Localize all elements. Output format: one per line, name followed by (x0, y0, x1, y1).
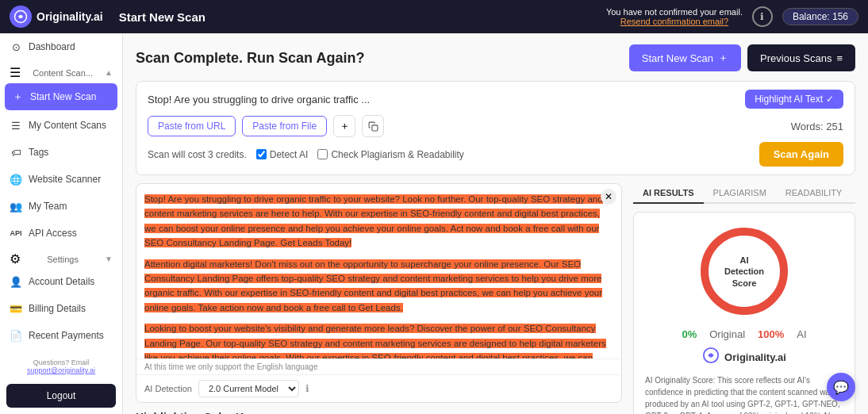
highlighted-paragraph-1: Stop! Are you struggling to drive organi… (144, 194, 603, 247)
content-grid: ✕ Stop! Are you struggling to drive orga… (136, 183, 855, 414)
original-score: 0% (682, 328, 697, 340)
sidebar-label-my-content-scans: My Content Scans (29, 120, 106, 131)
email-notice: You have not confirmed your email. Resen… (606, 7, 743, 26)
main-content: Scan Complete. Run Scan Again? Start New… (123, 33, 868, 414)
sidebar-item-dashboard[interactable]: ⊙ Dashboard (0, 33, 122, 60)
add-icon-button[interactable]: ＋ (333, 115, 355, 137)
chat-bubble[interactable]: 💬 (827, 373, 855, 401)
text-panel: ✕ Stop! Are you struggling to drive orga… (136, 183, 622, 403)
previous-scans-button[interactable]: Previous Scans ≡ (747, 44, 855, 71)
words-count: Words: 251 (791, 121, 843, 132)
scan-actions: Paste from URL Paste from File ＋ Words: … (148, 115, 843, 137)
sidebar-item-account-details[interactable]: 👤 Account Details (0, 268, 122, 295)
tab-readability[interactable]: READABILITY (776, 183, 852, 204)
scan-options: Scan will cost 3 credits. Detect AI Chec… (148, 142, 843, 167)
logout-button[interactable]: Logout (6, 384, 116, 408)
my-scans-icon: ☰ (10, 119, 22, 132)
sidebar-item-start-new-scan[interactable]: ＋ Start New Scan (5, 83, 117, 110)
sidebar-item-website-scanner[interactable]: 🌐 Website Scanner (0, 166, 122, 193)
chevron-icon: ▲ (105, 68, 113, 77)
sidebar-label-recent-payments: Recent Payments (29, 330, 104, 341)
tab-plagiarism[interactable]: PLAGIARISM (704, 183, 776, 204)
sidebar-item-billing-details[interactable]: 💳 Billing Details (0, 295, 122, 322)
check-plagiarism-checkbox[interactable] (317, 149, 328, 159)
support-email-link[interactable]: support@originality.ai (27, 366, 95, 374)
scan-input-preview: Stop! Are you struggling to drive organi… (148, 94, 745, 105)
sidebar-item-tags[interactable]: 🏷 Tags (0, 139, 122, 166)
sidebar-label-my-team: My Team (29, 201, 67, 212)
app-name: Originality.ai (36, 10, 103, 23)
score-row: 0% Original 100% AI (682, 328, 806, 340)
ai-label: AI (797, 328, 806, 340)
chat-icon: 💬 (833, 380, 849, 395)
sidebar-section-content-scan[interactable]: ☰ Content Scan... ▲ (0, 60, 122, 82)
scan-input-area: Stop! Are you struggling to drive organi… (136, 81, 855, 175)
tags-icon: 🏷 (10, 146, 22, 159)
balance-display: Balance: 156 (782, 8, 858, 25)
plus-icon: ＋ (718, 51, 728, 65)
svg-rect-1 (371, 125, 377, 130)
highlighted-paragraph-3: Looking to boost your website's visibili… (144, 324, 606, 358)
score-circle-label: AI Detection Score (720, 255, 768, 289)
sidebar-item-api-access[interactable]: API API Access (0, 220, 122, 247)
sidebar-label-content-scan: Content Scan... (33, 68, 93, 78)
scan-again-button[interactable]: Scan Again (759, 142, 843, 167)
dashboard-icon: ⊙ (10, 40, 22, 53)
menu-icon: ≡ (836, 52, 843, 64)
paste-from-url-button[interactable]: Paste from URL (148, 116, 236, 136)
header-buttons: Start New Scan ＋ Previous Scans ≡ (629, 44, 855, 71)
ai-model-select[interactable]: 2.0 Current Model (198, 380, 299, 397)
website-icon: 🌐 (10, 173, 22, 186)
app-logo: Originality.ai (10, 6, 103, 28)
scan-cost-notice: Scan will cost 3 credits. (148, 149, 247, 160)
sidebar-label-start-new-scan: Start New Scan (30, 91, 96, 102)
info-model-icon: ℹ (305, 383, 309, 394)
tab-ai-results[interactable]: AI RESULTS (633, 183, 704, 204)
team-icon: 👥 (10, 200, 22, 213)
account-icon: 👤 (10, 275, 22, 288)
brand-logo-icon (702, 347, 720, 368)
color-key-title: Highlighting Color Key (136, 411, 622, 414)
logo-icon (10, 6, 32, 28)
highlight-ai-text-button[interactable]: Highlight AI Text ✓ (745, 90, 843, 109)
sidebar-bottom: Logout (0, 378, 122, 414)
sidebar-label-account-details: Account Details (29, 276, 94, 287)
resend-email-link[interactable]: Resend confirmation email? (620, 17, 728, 26)
color-key: Highlighting Color Key 90% confidence th… (136, 411, 622, 414)
ai-detection-label: AI Detection (144, 384, 192, 393)
settings-chevron-icon: ▼ (105, 255, 113, 263)
language-note: At this time we only support the English… (136, 358, 621, 374)
ai-score: 100% (758, 328, 784, 340)
detection-score-panel: AI Detection Score 0% Original 100% AI (633, 212, 855, 414)
start-new-scan-button[interactable]: Start New Scan ＋ (629, 44, 741, 71)
topbar: Originality.ai Start New Scan You have n… (0, 0, 868, 33)
sidebar-label-billing-details: Billing Details (29, 303, 86, 314)
sidebar-item-recent-payments[interactable]: 📄 Recent Payments (0, 322, 122, 349)
text-content: Stop! Are you struggling to drive organi… (136, 184, 621, 358)
copy-icon-button[interactable] (362, 115, 384, 137)
right-panel: AI RESULTS PLAGIARISM READABILITY (633, 183, 855, 414)
info-icon[interactable]: ℹ (752, 6, 773, 27)
detect-ai-checkbox[interactable] (256, 149, 267, 159)
sidebar-section-settings[interactable]: ⚙ Settings ▼ (0, 247, 122, 268)
close-panel-button[interactable]: ✕ (601, 189, 616, 205)
check-plagiarism-checkbox-label[interactable]: Check Plagiarism & Readability (317, 149, 463, 160)
sidebar-label-website-scanner: Website Scanner (29, 174, 101, 185)
score-circle: AI Detection Score (697, 224, 792, 319)
billing-icon: 💳 (10, 302, 22, 315)
score-description: AI Originality Score: This score reflect… (645, 374, 843, 414)
sidebar-item-my-content-scans[interactable]: ☰ My Content Scans (0, 112, 122, 139)
support-text: Questions? Email support@originality.ai (0, 355, 122, 378)
highlighted-paragraph-2: Attention digital marketers! Don't miss … (144, 259, 602, 312)
api-icon: API (10, 227, 22, 240)
sidebar-label-api-access: API Access (29, 228, 77, 239)
payments-icon: 📄 (10, 329, 22, 342)
sidebar-label-tags: Tags (29, 147, 48, 158)
sidebar-item-my-team[interactable]: 👥 My Team (0, 193, 122, 220)
left-panel: ✕ Stop! Are you struggling to drive orga… (136, 183, 622, 414)
brand-name: Originality.ai (724, 351, 786, 363)
paste-from-file-button[interactable]: Paste from File (242, 116, 327, 136)
detect-ai-checkbox-label[interactable]: Detect AI (256, 149, 309, 160)
content-scan-icon: ☰ (10, 65, 21, 80)
sidebar: ⊙ Dashboard ☰ Content Scan... ▲ ＋ Start … (0, 33, 123, 414)
